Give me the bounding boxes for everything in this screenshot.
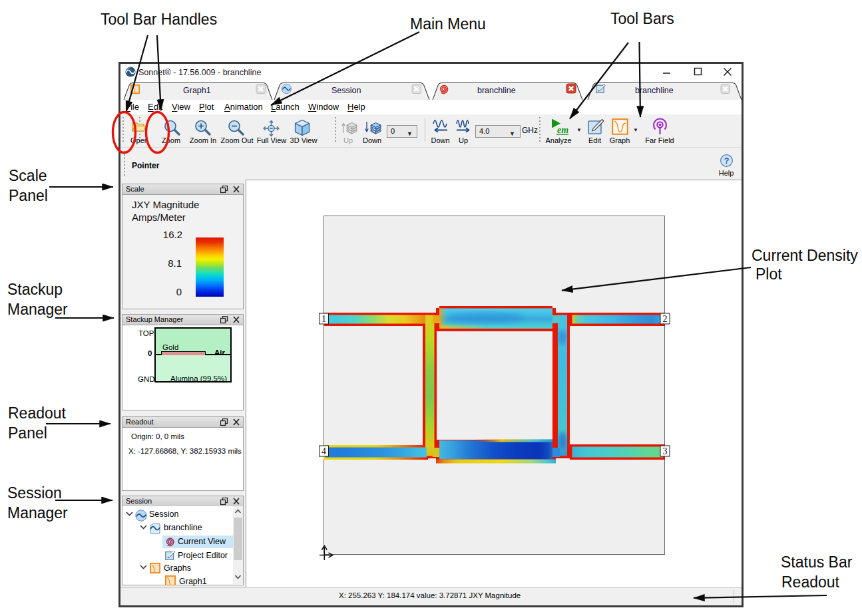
svg-text:2: 2 (663, 314, 668, 324)
svg-text:em: em (557, 125, 568, 135)
svg-text:4: 4 (322, 446, 326, 456)
svg-text:?: ? (724, 156, 730, 166)
svg-text:1: 1 (322, 314, 326, 324)
svg-text:3: 3 (663, 446, 668, 456)
